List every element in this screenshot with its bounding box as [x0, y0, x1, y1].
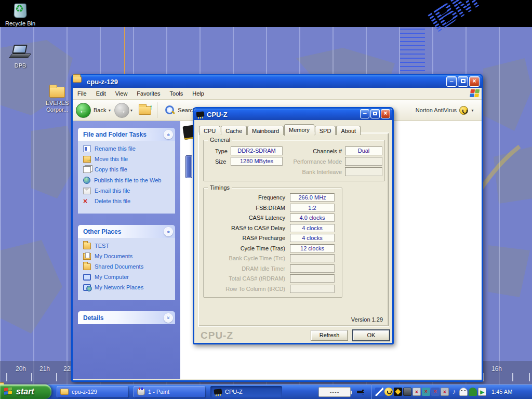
panel-title: File and Folder Tasks [83, 131, 164, 138]
type-label: Type [215, 148, 228, 154]
ram-file-icon[interactable] [185, 155, 192, 178]
collapse-chevron-icon[interactable]: « [164, 227, 173, 236]
taskbar-clock[interactable]: 1:45 AM [491, 389, 512, 395]
ibm-stripe-decor [400, 29, 425, 73]
back-label[interactable]: Back [94, 107, 106, 113]
norton-shield-icon [459, 106, 468, 115]
tab-cache[interactable]: Cache [221, 126, 247, 135]
expand-chevron-icon[interactable]: « [164, 313, 173, 323]
my-computer-icon [83, 274, 91, 281]
timing-value [290, 264, 335, 273]
task-move-file[interactable]: Move this file [83, 156, 173, 163]
tz-label: 21h [39, 365, 50, 373]
maximize-button[interactable] [370, 109, 380, 118]
laptop-icon [10, 44, 31, 61]
battery-meter[interactable]: ---- [318, 387, 351, 397]
close-button[interactable]: × [381, 109, 390, 118]
volume-icon[interactable]: ♪ [450, 388, 458, 396]
performance-mode-label: Performance Mode [280, 158, 342, 165]
window-title: cpu-z-129 [87, 78, 118, 86]
task-copy-file[interactable]: Copy this file [83, 166, 173, 173]
removable-drive-icon[interactable]: ▶ [478, 388, 486, 396]
bank-interleave-value [345, 167, 382, 176]
refresh-button[interactable]: Refresh [311, 330, 348, 341]
ok-button[interactable]: OK [352, 329, 390, 341]
task-rename-file[interactable]: Rename this file [83, 145, 173, 152]
menu-tools[interactable]: Tools [165, 90, 188, 97]
cpuz-titlebar[interactable]: CPU-Z – × [194, 109, 392, 120]
desktop-icon-dpb[interactable]: DPB [0, 44, 41, 69]
network-disabled-icon[interactable]: × [413, 388, 421, 396]
task-delete-file[interactable]: × Delete this file [83, 198, 173, 205]
taskbar-item-paint[interactable]: 1 - Paint [134, 386, 205, 397]
forward-button[interactable]: → [114, 103, 129, 118]
tz-label: 20h [16, 365, 26, 373]
close-button[interactable]: × [469, 76, 480, 87]
back-button[interactable]: ← [76, 103, 91, 118]
desktop-icon-everes-folder[interactable]: EVERES Corpor... [41, 85, 74, 113]
place-my-network[interactable]: My Network Places [83, 284, 173, 291]
panel-title: Other Places [83, 228, 164, 235]
explorer-titlebar[interactable]: cpu-z-129 – × [73, 75, 482, 88]
collapse-chevron-icon[interactable]: « [164, 130, 173, 139]
minimize-button[interactable]: – [446, 76, 457, 87]
ghost-app-icon[interactable] [459, 388, 468, 396]
tab-memory[interactable]: Memory [284, 124, 314, 136]
panel-header[interactable]: Other Places « [78, 225, 175, 238]
norton-antivirus-icon[interactable] [394, 388, 402, 396]
timing-value: 4 clocks [290, 224, 335, 232]
menu-file[interactable]: File [73, 90, 91, 97]
timings-groupbox: Timings Frequency 266.0 MHz FSB:DRAM 1:2… [203, 188, 342, 298]
tab-mainboard[interactable]: Mainboard [247, 126, 284, 135]
user-blocked-icon[interactable]: × [422, 388, 430, 396]
place-test[interactable]: TEST [83, 243, 173, 249]
menu-favorites[interactable]: Favorites [132, 90, 165, 97]
maximize-button[interactable] [458, 76, 468, 87]
display-disabled-icon[interactable]: × [431, 388, 440, 396]
network-computer-icon[interactable] [403, 388, 411, 396]
up-button[interactable]: ↑ [138, 104, 152, 116]
place-shared-documents[interactable]: Shared Documents [83, 263, 173, 270]
taskbar-item-explorer[interactable]: cpu-z-129 [57, 386, 128, 397]
start-button[interactable]: start [0, 384, 51, 399]
norton-toolbar-segment[interactable]: Norton AntiVirus ▼ [416, 106, 477, 115]
task-publish-file[interactable]: Publish this file to the Web [83, 177, 173, 184]
wireless-disabled-icon[interactable]: × [441, 388, 449, 396]
norton-dropdown-icon[interactable]: ▼ [471, 109, 474, 112]
safely-remove-icon[interactable] [469, 388, 477, 396]
minimize-button[interactable]: – [360, 109, 369, 118]
forward-dropdown-icon[interactable]: ▼ [129, 109, 133, 112]
power-plug-icon[interactable] [357, 389, 364, 395]
place-my-computer[interactable]: My Computer [83, 274, 173, 281]
timing-row-frequency: Frequency 266.0 MHz [204, 193, 338, 202]
desktop-icon-recycle-bin[interactable]: ♻ Recycle Bin [0, 1, 41, 27]
timing-row-bank-cycle: Bank Cycle Time (Trc) [204, 254, 338, 262]
tab-about[interactable]: About [336, 126, 361, 135]
place-my-documents[interactable]: My Documents [83, 253, 173, 260]
menu-edit[interactable]: Edit [91, 90, 111, 97]
task-email-file[interactable]: E-mail this file [83, 188, 173, 194]
timing-value: 4.0 clocks [290, 214, 335, 222]
tab-spd[interactable]: SPD [315, 126, 336, 135]
back-dropdown-icon[interactable]: ▼ [108, 109, 111, 112]
firewall-icon[interactable] [375, 388, 383, 396]
menu-view[interactable]: View [111, 90, 132, 97]
paint-icon [137, 389, 145, 395]
norton-health-icon[interactable] [384, 388, 393, 396]
taskbar-item-cpuz[interactable]: CPU-Z [210, 386, 282, 397]
timing-row-cas-latency: CAS# Latency 4.0 clocks [204, 214, 338, 222]
tz-label: 16h [491, 365, 502, 373]
cpuz-tabstrip: CPU Cache Mainboard Memory SPD About [199, 124, 361, 135]
search-icon[interactable] [165, 105, 175, 115]
tab-cpu[interactable]: CPU [199, 126, 220, 135]
windows-logo-icon [470, 89, 480, 98]
desktop-icon-label: EVERES Corpor... [41, 100, 74, 113]
panel-header[interactable]: Details « [78, 311, 175, 324]
version-text: Version 1.29 [351, 316, 383, 323]
cpuz-chip-icon [214, 389, 222, 395]
timing-row-ras-to-cas: RAS# to CAS# Delay 4 clocks [204, 224, 338, 232]
menu-help[interactable]: Help [188, 90, 209, 97]
channels-label: Channels # [287, 148, 342, 154]
panel-header[interactable]: File and Folder Tasks « [78, 128, 175, 141]
timing-value: 1:2 [290, 204, 335, 212]
